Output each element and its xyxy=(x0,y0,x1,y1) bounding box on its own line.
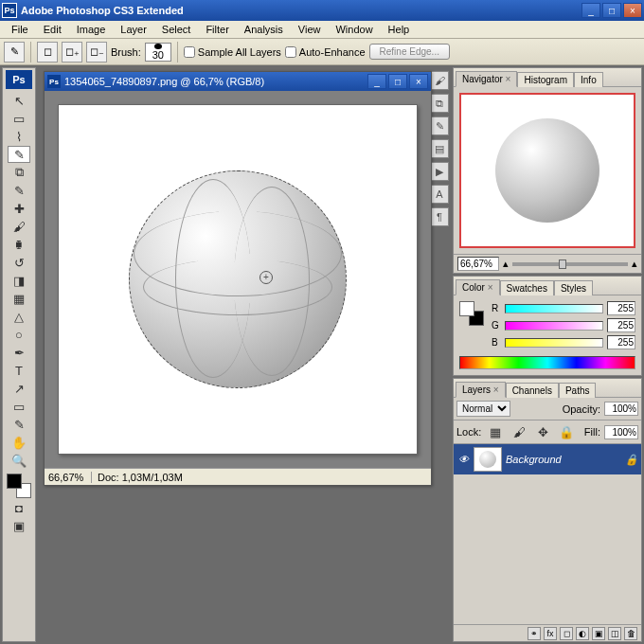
color-swatch[interactable] xyxy=(7,474,31,498)
tab-info[interactable]: Info xyxy=(574,72,603,87)
hand-tool[interactable]: ✋ xyxy=(8,434,30,451)
add-selection-icon[interactable]: ◻₊ xyxy=(62,42,82,63)
new-layer-icon[interactable]: ◫ xyxy=(608,627,621,640)
lock-all-icon[interactable]: 🔒 xyxy=(557,423,577,440)
quickmask-toggle[interactable]: ◘ xyxy=(8,499,30,516)
layer-style-icon[interactable]: fx xyxy=(544,627,557,640)
color-spectrum[interactable] xyxy=(459,356,635,369)
eyedropper-tool[interactable]: ✎ xyxy=(8,182,30,199)
sample-all-checkbox[interactable]: Sample All Layers xyxy=(184,46,281,58)
brushes-icon[interactable]: 🖌 xyxy=(430,71,449,90)
marquee-tool[interactable]: ▭ xyxy=(8,110,30,127)
menu-layer[interactable]: Layer xyxy=(113,22,154,37)
maximize-button[interactable]: □ xyxy=(602,3,621,18)
red-value[interactable]: 255 xyxy=(607,301,635,315)
notes-tool[interactable]: ✎ xyxy=(8,416,30,433)
zoom-tool[interactable]: 🔍 xyxy=(8,452,30,469)
close-button[interactable]: × xyxy=(623,3,642,18)
link-layers-icon[interactable]: ⚭ xyxy=(528,627,541,640)
actions-icon[interactable]: ▶ xyxy=(430,162,449,181)
current-tool-icon[interactable]: ✎ xyxy=(4,42,25,63)
crop-tool[interactable]: ⧉ xyxy=(8,164,30,181)
menu-filter[interactable]: Filter xyxy=(198,22,236,37)
pen-tool[interactable]: ✒ xyxy=(8,344,30,361)
clone-icon[interactable]: ⧉ xyxy=(430,94,449,113)
layer-mask-icon[interactable]: ◻ xyxy=(560,627,573,640)
path-select-tool[interactable]: ↗ xyxy=(8,380,30,397)
subtract-selection-icon[interactable]: ◻₋ xyxy=(86,42,107,63)
lock-transparency-icon[interactable]: ▦ xyxy=(485,423,505,440)
menu-view[interactable]: View xyxy=(291,22,329,37)
opacity-input[interactable] xyxy=(604,402,638,416)
shape-tool[interactable]: ▭ xyxy=(8,398,30,415)
doc-close-button[interactable]: × xyxy=(409,74,428,89)
canvas[interactable]: + xyxy=(58,104,418,455)
dodge-tool[interactable]: ○ xyxy=(8,326,30,343)
zoom-level[interactable]: 66,67% xyxy=(45,472,92,483)
move-tool[interactable]: ↖ xyxy=(8,92,30,109)
red-slider[interactable] xyxy=(505,304,603,313)
layer-group-icon[interactable]: ▣ xyxy=(592,627,605,640)
gradient-tool[interactable]: ▦ xyxy=(8,290,30,307)
blur-tool[interactable]: △ xyxy=(8,308,30,325)
doc-maximize-button[interactable]: □ xyxy=(388,74,407,89)
history-brush-tool[interactable]: ↺ xyxy=(8,254,30,271)
paragraph-icon[interactable]: ¶ xyxy=(430,207,449,226)
cursor-icon: + xyxy=(259,271,273,284)
visibility-icon[interactable]: 👁 xyxy=(456,453,470,466)
zoom-in-icon[interactable]: ▴ xyxy=(632,258,637,270)
type-tool[interactable]: T xyxy=(8,362,30,379)
doc-size: Doc: 1,03M/1,03M xyxy=(92,472,188,483)
auto-enhance-checkbox[interactable]: Auto-Enhance xyxy=(285,46,366,58)
refine-edge-button[interactable]: Refine Edge... xyxy=(369,44,450,60)
tab-channels[interactable]: Channels xyxy=(506,383,559,398)
quick-select-tool[interactable]: ✎ xyxy=(8,146,30,163)
menu-help[interactable]: Help xyxy=(381,22,418,37)
character-icon[interactable]: A xyxy=(430,185,449,204)
zoom-slider[interactable] xyxy=(512,262,628,266)
blend-mode-select[interactable]: Normal xyxy=(456,401,510,417)
color-swatch-panel[interactable] xyxy=(459,301,484,326)
minimize-button[interactable]: _ xyxy=(581,3,600,18)
tab-color[interactable]: Color xyxy=(456,279,500,295)
healing-tool[interactable]: ✚ xyxy=(8,200,30,217)
new-selection-icon[interactable]: ◻ xyxy=(37,42,58,63)
tab-histogram[interactable]: Histogram xyxy=(517,72,574,87)
document-titlebar[interactable]: Ps 1354065_74890897.png @ 66,7% (RGB/8) … xyxy=(45,72,431,91)
menu-file[interactable]: File xyxy=(4,22,36,37)
brush-picker[interactable]: 30 xyxy=(145,43,171,62)
lasso-tool[interactable]: ⌇ xyxy=(8,128,30,145)
layercomps-icon[interactable]: ▤ xyxy=(430,139,449,158)
tab-styles[interactable]: Styles xyxy=(554,280,593,295)
eraser-tool[interactable]: ◨ xyxy=(8,272,30,289)
menu-image[interactable]: Image xyxy=(69,22,114,37)
tab-paths[interactable]: Paths xyxy=(559,383,597,398)
doc-minimize-button[interactable]: _ xyxy=(367,74,386,89)
blue-slider[interactable] xyxy=(505,338,603,348)
tab-swatches[interactable]: Swatches xyxy=(500,280,554,295)
green-slider[interactable] xyxy=(505,321,603,331)
toolpresets-icon[interactable]: ✎ xyxy=(430,116,449,135)
zoom-out-icon[interactable]: ▴ xyxy=(503,258,509,270)
stamp-tool[interactable]: ⧯ xyxy=(8,236,30,253)
brush-tool[interactable]: 🖌 xyxy=(8,218,30,235)
screenmode-toggle[interactable]: ▣ xyxy=(8,517,30,534)
menu-edit[interactable]: Edit xyxy=(36,22,69,37)
document-statusbar: 66,67% Doc: 1,03M/1,03M xyxy=(45,468,431,485)
lock-pixels-icon[interactable]: 🖌 xyxy=(509,423,528,440)
menu-window[interactable]: Window xyxy=(328,22,380,37)
blue-value[interactable]: 255 xyxy=(607,335,635,349)
brush-size: 30 xyxy=(152,49,164,61)
lock-position-icon[interactable]: ✥ xyxy=(533,423,553,440)
green-value[interactable]: 255 xyxy=(607,318,635,332)
menu-analysis[interactable]: Analysis xyxy=(237,22,291,37)
tab-navigator[interactable]: Navigator xyxy=(456,71,517,87)
layer-row[interactable]: 👁 Background 🔒 xyxy=(454,444,641,474)
navigator-zoom[interactable]: 66,67% xyxy=(457,257,499,271)
tab-layers[interactable]: Layers xyxy=(456,382,506,398)
menu-select[interactable]: Select xyxy=(154,22,199,37)
navigator-preview[interactable] xyxy=(459,93,635,248)
fill-input[interactable] xyxy=(604,425,638,439)
delete-layer-icon[interactable]: 🗑 xyxy=(624,627,637,640)
adjustment-layer-icon[interactable]: ◐ xyxy=(576,627,589,640)
